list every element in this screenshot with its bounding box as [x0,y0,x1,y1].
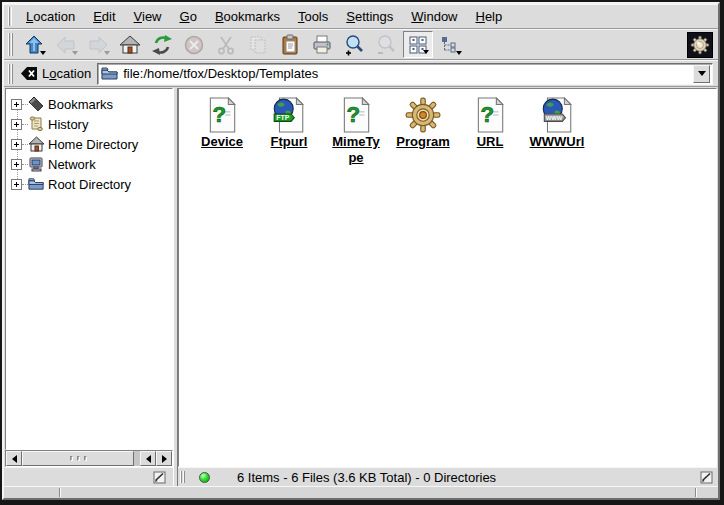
svg-text:?: ? [346,102,360,127]
sidebar-statusbar-toggle[interactable] [152,470,167,484]
program-gear-icon [405,96,441,134]
zoom-out-button [371,31,401,58]
copy-button [243,31,273,58]
sidebar-statusbar [5,467,173,486]
zoom-in-button[interactable] [339,31,369,58]
file-program[interactable]: Program [390,96,456,150]
window-frame: Location Edit View Go Bookmarks Tools Se… [2,2,720,500]
bookmarks-icon [28,96,45,112]
scroll-left-button-2[interactable] [140,451,156,466]
main-toolbar [4,29,718,60]
menu-edit[interactable]: Edit [84,6,124,27]
expand-plus-icon[interactable] [11,159,22,170]
location-dropdown-button[interactable] [693,65,710,83]
file-ftpurl[interactable]: FTP Ftpurl [256,96,322,150]
stop-button [179,31,209,58]
ftp-url-file-icon: FTP [272,96,306,134]
status-text: 6 Items - 6 Files (3.6 KB Total) - 0 Dir… [237,470,699,485]
main-statusbar-toggle[interactable] [699,470,714,484]
menu-go[interactable]: Go [171,6,206,27]
menu-bookmarks[interactable]: Bookmarks [206,6,289,27]
icon-view-button[interactable] [403,31,433,58]
copy-icon [247,34,269,56]
triangle-left-icon [146,455,151,463]
statusbar-grip-handle[interactable] [180,471,185,484]
unknown-file-icon: ? [205,96,239,134]
expand-plus-icon[interactable] [11,119,22,130]
paste-icon [279,34,301,56]
menu-window[interactable]: Window [402,6,466,27]
sidebar: Bookmarks History [5,88,173,486]
svg-text:FTP: FTP [276,114,289,121]
scroll-right-button[interactable] [156,451,172,466]
file-device[interactable]: ? Device [189,96,255,150]
sidebar-horizontal-scrollbar [5,450,173,467]
unknown-file-icon: ? [339,96,373,134]
expand-plus-icon[interactable] [11,179,22,190]
scroll-left-button[interactable] [6,451,22,466]
paste-button[interactable] [275,31,305,58]
www-url-file-icon: WWW [540,96,574,134]
menu-location[interactable]: Location [17,6,84,27]
zoom-out-icon [375,34,397,56]
reload-icon [151,34,173,56]
chevron-down-icon [698,71,706,76]
cut-icon [215,34,237,56]
triangle-left-icon [12,455,17,463]
location-toolbar: Location file:/home/tfox/Desktop/Templat… [4,60,718,87]
sidebar-item-history[interactable]: History [6,114,172,134]
home-icon [119,34,141,56]
pen-check-icon [700,471,713,484]
expand-plus-icon[interactable] [11,99,22,110]
toolbar-grip-handle[interactable] [8,33,13,56]
expand-plus-icon[interactable] [11,139,22,150]
root-folder-icon [28,176,45,192]
sidebar-item-bookmarks[interactable]: Bookmarks [6,94,172,114]
kde-throbber[interactable] [687,32,713,58]
menu-tools[interactable]: Tools [289,6,337,27]
menu-settings[interactable]: Settings [337,6,402,27]
menubar-grip-handle[interactable] [8,7,12,25]
folder-icon [101,66,119,81]
file-mimetype[interactable]: ? MimeType [323,96,389,166]
main-panel: ? Device FTP [178,88,717,486]
history-icon [28,116,45,132]
tree-view-button[interactable] [435,31,465,58]
print-button[interactable] [307,31,337,58]
up-button[interactable] [19,31,49,58]
print-icon [311,34,333,56]
active-view-led [199,472,210,483]
location-label: Location [42,66,91,81]
frame-notch [59,488,60,497]
content-area: Bookmarks History [4,87,718,486]
menu-view[interactable]: View [125,6,171,27]
menu-bar: Location Edit View Go Bookmarks Tools Se… [4,4,718,29]
zoom-in-icon [343,34,365,56]
sidebar-item-network[interactable]: Network [6,154,172,174]
konqueror-window: Location Edit View Go Bookmarks Tools Se… [0,0,724,505]
menu-help[interactable]: Help [467,6,512,27]
cut-button [211,31,241,58]
sidebar-item-root-directory[interactable]: Root Directory [6,174,172,194]
window-bottom-frame [4,486,718,498]
home-folder-icon [28,136,45,152]
scrollbar-thumb[interactable] [22,451,134,466]
svg-text:WWW: WWW [546,115,563,121]
location-combobox[interactable]: file:/home/tfox/Desktop/Templates [97,63,713,85]
svg-text:?: ? [212,102,226,127]
frame-notch [695,488,696,497]
reload-button[interactable] [147,31,177,58]
stop-icon [183,34,205,56]
sidebar-item-home-directory[interactable]: Home Directory [6,134,172,154]
locbar-grip-handle[interactable] [8,64,13,84]
sidebar-tree: Bookmarks History [5,88,173,450]
location-input[interactable]: file:/home/tfox/Desktop/Templates [123,66,693,81]
back-button [51,31,81,58]
network-icon [28,156,45,172]
main-statusbar: 6 Items - 6 Files (3.6 KB Total) - 0 Dir… [178,467,717,486]
file-wwwurl[interactable]: WWW WWWUrl [524,96,590,150]
clear-location-button[interactable] [20,66,38,81]
home-button[interactable] [115,31,145,58]
icon-view-area[interactable]: ? Device FTP [178,88,717,467]
file-url[interactable]: ? URL [457,96,523,150]
